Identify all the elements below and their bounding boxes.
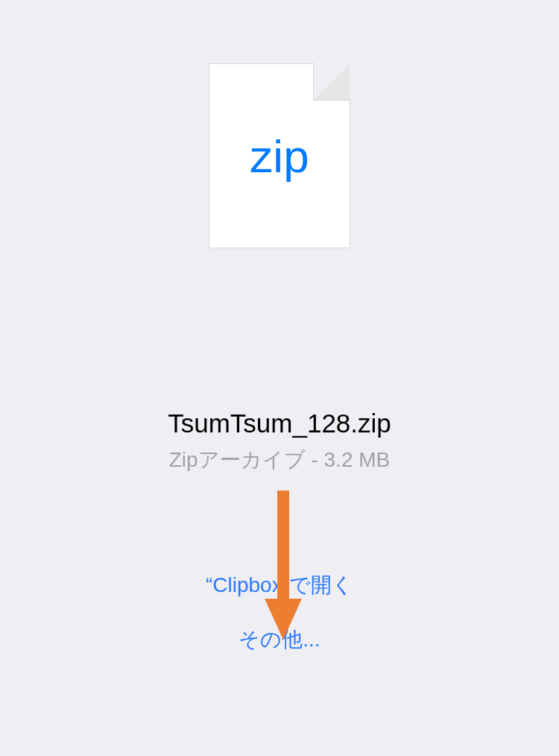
file-icon-label: zip: [250, 130, 309, 183]
file-name: TsumTsum_128.zip: [168, 409, 391, 438]
actions: “Clipbox”で開く その他...: [206, 571, 353, 680]
file-meta: Zipアーカイブ - 3.2 MB: [168, 446, 391, 474]
zip-file-icon: zip: [209, 63, 350, 248]
file-icon-wrapper: zip: [209, 63, 350, 248]
file-info: TsumTsum_128.zip Zipアーカイブ - 3.2 MB: [168, 409, 391, 474]
page-fold-icon: [315, 63, 350, 99]
open-in-clipbox-button[interactable]: “Clipbox”で開く: [206, 571, 353, 599]
more-options-button[interactable]: その他...: [206, 626, 353, 654]
